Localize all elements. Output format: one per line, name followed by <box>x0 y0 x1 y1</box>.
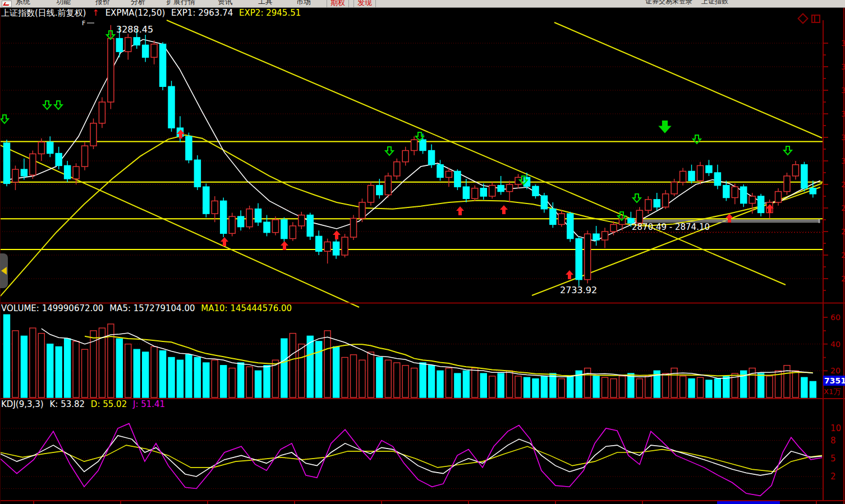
candle-body <box>21 169 27 176</box>
volume-bar <box>714 379 720 397</box>
candle-body <box>576 239 582 280</box>
menu-item[interactable]: 报价 <box>95 0 110 7</box>
volume-bar <box>541 376 547 397</box>
volume-bar <box>56 346 62 397</box>
buy-signal-arrow-icon <box>500 205 508 214</box>
chart-canvas[interactable]: 3288.452733.922870.49 - 2874.10F32503200… <box>0 0 845 504</box>
sidebar-expand-handle[interactable] <box>0 253 8 288</box>
kdj-axis-label: 2 <box>830 471 836 482</box>
volume-bar <box>593 376 599 397</box>
volume-bar <box>238 363 244 397</box>
volume-bar <box>82 349 88 397</box>
candle-body <box>585 234 591 279</box>
volume-bar <box>619 376 625 397</box>
candle-body <box>654 200 660 207</box>
candle-body <box>38 142 44 154</box>
volume-bar <box>168 358 174 397</box>
menu-item[interactable]: 资讯 <box>218 0 232 7</box>
volume-bar <box>385 360 391 397</box>
kdj-k-value: K: 53.82 <box>49 399 85 409</box>
candle-body <box>394 162 400 176</box>
candle-body <box>420 140 426 150</box>
volume-bar <box>212 360 218 397</box>
menu-item[interactable]: 工具 <box>258 0 273 7</box>
candle-body <box>697 165 704 181</box>
sell-signal-arrow-icon <box>43 101 51 109</box>
volume-bar <box>524 377 530 397</box>
volume-bar <box>454 373 461 397</box>
menu-item-hot[interactable]: 期权 <box>327 0 349 8</box>
app-logo-icon[interactable] <box>2 1 12 7</box>
candle-body <box>116 39 122 52</box>
candle-body <box>411 140 417 150</box>
kdj-axis-label: 8 <box>830 436 836 446</box>
volume-bar <box>12 331 19 397</box>
candle-body <box>221 201 227 233</box>
candle-body <box>12 169 19 182</box>
kdj-k-line <box>0 436 822 477</box>
candle-body <box>238 216 244 226</box>
indicator-name[interactable]: EXPMA(12,50) <box>105 8 166 18</box>
volume-bar <box>480 373 486 397</box>
exp2-value: EXP2: 2945.51 <box>239 8 301 18</box>
candle-body <box>784 176 790 192</box>
candle-body <box>610 224 617 232</box>
candle-body <box>741 187 747 203</box>
volume-axis-label: 40 <box>830 340 841 349</box>
candle-body <box>65 165 71 179</box>
volume-bar <box>602 377 608 397</box>
sell-signal-arrow-icon <box>385 147 393 155</box>
volume-bar <box>437 371 443 397</box>
volume-axis-label: 60 <box>830 313 841 322</box>
volume-bar <box>758 373 764 397</box>
volume-bar <box>342 358 348 397</box>
candle-body <box>558 214 564 224</box>
volume-bar <box>160 351 166 397</box>
trend-line <box>167 20 786 285</box>
menu-item[interactable]: 扩展行情 <box>166 0 195 7</box>
candle-body <box>385 176 391 195</box>
volume-bar <box>134 349 140 397</box>
volume-bar <box>21 336 27 397</box>
candle-body <box>454 171 461 187</box>
volume-axis-label: 20 <box>830 366 841 375</box>
split-window-icon[interactable] <box>811 15 820 23</box>
diamond-icon[interactable] <box>797 13 809 24</box>
candle-body <box>281 220 287 239</box>
candle-body <box>792 165 798 176</box>
menu-item-hot[interactable]: 发现 <box>353 0 376 8</box>
volume-bar <box>472 368 478 397</box>
menu-item[interactable]: 市场 <box>296 0 311 7</box>
kdj-axis-label: 5 <box>830 454 836 464</box>
buy-signal-arrow-icon <box>281 241 288 250</box>
volume-bar <box>498 373 504 397</box>
volume-bar <box>229 368 235 397</box>
volume-bar <box>255 371 261 397</box>
candle-body <box>671 182 677 194</box>
volume-ma10-value: MA10: 145444576.00 <box>201 303 292 313</box>
candle-body <box>351 218 357 237</box>
volume-ma5-value: MA5: 157279104.00 <box>109 303 195 313</box>
volume-bar <box>324 331 330 397</box>
candle-body <box>143 45 149 57</box>
volume-bar <box>333 346 339 397</box>
candle-body <box>168 86 174 128</box>
kdj-pane-header: KDJ(9,3,3) K: 53.82 D: 55.02 J: 51.41 <box>1 399 168 409</box>
kdj-indicator-name[interactable]: KDJ(9,3,3) <box>1 399 44 409</box>
menu-item[interactable]: 系统 <box>16 0 30 7</box>
candle-body <box>4 143 10 183</box>
candle-body <box>775 192 782 202</box>
volume-bar <box>264 366 270 397</box>
candle-body <box>134 38 140 45</box>
price-axis-label: 3200 <box>841 62 845 71</box>
volume-bar <box>489 376 495 397</box>
candle-body <box>30 154 36 175</box>
candle-body <box>437 165 443 178</box>
menu-item[interactable]: 分析 <box>131 0 145 7</box>
volume-bar <box>38 334 44 397</box>
candle-body <box>298 215 305 226</box>
candle-body <box>593 234 599 240</box>
volume-bar <box>402 366 408 397</box>
menu-item[interactable]: 功能 <box>56 0 71 7</box>
volume-bar <box>671 368 677 397</box>
